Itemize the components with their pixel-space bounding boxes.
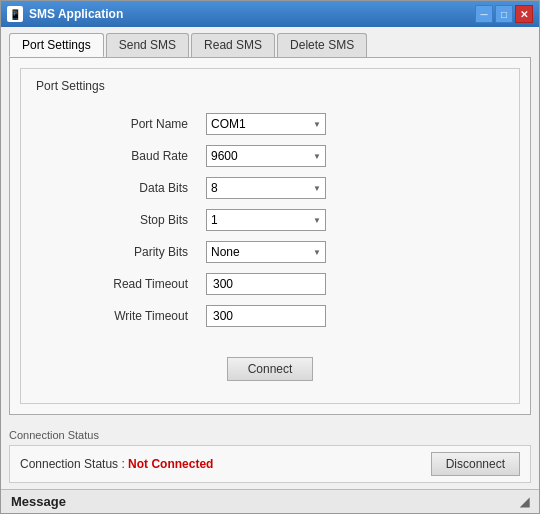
- main-window: 📱 SMS Application ─ □ ✕ Port Settings Se…: [0, 0, 540, 514]
- disconnect-button[interactable]: Disconnect: [431, 452, 520, 476]
- baud-rate-dropdown[interactable]: 9600 ▼: [206, 145, 326, 167]
- close-button[interactable]: ✕: [515, 5, 533, 23]
- status-info: Connection Status : Not Connected: [20, 457, 213, 471]
- parity-bits-label: Parity Bits: [76, 241, 196, 263]
- port-name-control: COM1 ▼: [206, 113, 346, 135]
- main-content: Port Settings Port Name COM1 ▼ Baud Rate…: [1, 57, 539, 423]
- connection-status-value: Not Connected: [128, 457, 213, 471]
- tab-read-sms[interactable]: Read SMS: [191, 33, 275, 57]
- read-timeout-input[interactable]: [206, 273, 326, 295]
- tab-port-settings[interactable]: Port Settings: [9, 33, 104, 57]
- connect-button[interactable]: Connect: [227, 357, 314, 381]
- data-bits-arrow: ▼: [313, 184, 321, 193]
- baud-rate-label: Baud Rate: [76, 145, 196, 167]
- parity-bits-arrow: ▼: [313, 248, 321, 257]
- read-timeout-control: [206, 273, 346, 295]
- minimize-button[interactable]: ─: [475, 5, 493, 23]
- status-box: Connection Status : Not Connected Discon…: [9, 445, 531, 483]
- connect-row: Connect: [36, 357, 504, 381]
- port-name-arrow: ▼: [313, 120, 321, 129]
- data-bits-dropdown[interactable]: 8 ▼: [206, 177, 326, 199]
- tab-content-port-settings: Port Settings Port Name COM1 ▼ Baud Rate…: [9, 57, 531, 415]
- connection-status-label: Connection Status :: [20, 457, 125, 471]
- maximize-button[interactable]: □: [495, 5, 513, 23]
- stop-bits-arrow: ▼: [313, 216, 321, 225]
- window-controls: ─ □ ✕: [475, 5, 533, 23]
- write-timeout-control: [206, 305, 346, 327]
- group-title: Port Settings: [36, 79, 504, 93]
- title-bar: 📱 SMS Application ─ □ ✕: [1, 1, 539, 27]
- app-icon: 📱: [7, 6, 23, 22]
- parity-bits-dropdown[interactable]: None ▼: [206, 241, 326, 263]
- port-settings-group: Port Settings Port Name COM1 ▼ Baud Rate…: [20, 68, 520, 404]
- port-name-value: COM1: [211, 117, 246, 131]
- settings-form: Port Name COM1 ▼ Baud Rate 9600 ▼: [76, 113, 504, 327]
- connection-status-section: Connection Status Connection Status : No…: [1, 423, 539, 489]
- data-bits-control: 8 ▼: [206, 177, 346, 199]
- read-timeout-label: Read Timeout: [76, 273, 196, 295]
- baud-rate-value: 9600: [211, 149, 238, 163]
- baud-rate-control: 9600 ▼: [206, 145, 346, 167]
- data-bits-value: 8: [211, 181, 218, 195]
- write-timeout-input[interactable]: [206, 305, 326, 327]
- baud-rate-arrow: ▼: [313, 152, 321, 161]
- message-label: Message: [11, 494, 66, 509]
- tab-bar: Port Settings Send SMS Read SMS Delete S…: [1, 27, 539, 57]
- stop-bits-label: Stop Bits: [76, 209, 196, 231]
- window-title: SMS Application: [29, 7, 469, 21]
- tab-send-sms[interactable]: Send SMS: [106, 33, 189, 57]
- connection-status-title: Connection Status: [9, 429, 531, 441]
- parity-bits-value: None: [211, 245, 240, 259]
- write-timeout-label: Write Timeout: [76, 305, 196, 327]
- stop-bits-dropdown[interactable]: 1 ▼: [206, 209, 326, 231]
- parity-bits-control: None ▼: [206, 241, 346, 263]
- stop-bits-control: 1 ▼: [206, 209, 346, 231]
- message-bar: Message ◢: [1, 489, 539, 513]
- port-name-dropdown[interactable]: COM1 ▼: [206, 113, 326, 135]
- stop-bits-value: 1: [211, 213, 218, 227]
- resize-icon: ◢: [520, 495, 529, 509]
- port-name-label: Port Name: [76, 113, 196, 135]
- data-bits-label: Data Bits: [76, 177, 196, 199]
- tab-delete-sms[interactable]: Delete SMS: [277, 33, 367, 57]
